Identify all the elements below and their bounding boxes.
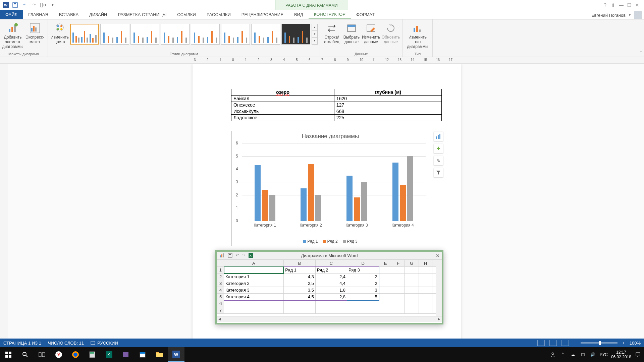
data-editor-scrollbar-h[interactable]: ◀ ▶ — [217, 316, 442, 322]
switch-row-column-button[interactable]: Строка/столбец — [322, 21, 341, 50]
data-editor-grid[interactable]: A B C D E F G H I 1 Ряд 1 Ряд 2 — [217, 260, 442, 316]
view-web-layout-button[interactable] — [561, 340, 569, 346]
gallery-more-icon[interactable]: ▾ — [312, 38, 317, 44]
table-row[interactable]: Онежское127 — [231, 102, 442, 108]
grid-cell[interactable] — [283, 307, 315, 314]
grid-cell[interactable] — [405, 280, 419, 287]
zoom-in-button[interactable]: + — [622, 341, 625, 346]
grid-cell[interactable] — [405, 287, 419, 294]
taskbar-app-kaspersky[interactable]: K — [101, 347, 117, 362]
tab-design[interactable]: ДИЗАЙН — [84, 10, 112, 19]
change-colors-button[interactable]: Изменить цвета — [50, 21, 69, 50]
grid-cell[interactable]: Категория 1 — [224, 274, 284, 280]
ruler-tab-selector[interactable]: ⌐ — [3, 58, 5, 62]
status-word-count[interactable]: ЧИСЛО СЛОВ: 11 — [48, 341, 84, 346]
taskbar-app-word[interactable]: W — [168, 347, 184, 362]
chart-plot-area[interactable]: 0123456Категория 1Категория 2Категория 3… — [242, 143, 426, 221]
row-head-3[interactable]: 3 — [217, 280, 224, 287]
redo-icon[interactable]: ↷ — [242, 253, 245, 258]
minimize-icon[interactable]: — — [618, 2, 625, 8]
chart-elements-button[interactable] — [434, 132, 443, 141]
tab-mailings[interactable]: РАССЫЛКИ — [201, 10, 236, 19]
grid-cell[interactable]: 4,3 — [283, 274, 315, 280]
row-head-5[interactable]: 5 — [217, 294, 224, 300]
tray-people-icon[interactable] — [549, 351, 556, 358]
tab-chart-format[interactable]: ФОРМАТ — [351, 10, 380, 19]
zoom-level[interactable]: 100% — [630, 341, 641, 346]
chart-legend[interactable]: Ряд 1 Ряд 2 Ряд 3 — [232, 239, 429, 244]
chart-style-6[interactable] — [221, 24, 250, 45]
grid-cell[interactable]: 2,5 — [283, 280, 315, 287]
grid-cell[interactable] — [405, 267, 419, 274]
ribbon-display-icon[interactable]: ⬆ — [610, 2, 616, 8]
data-editor-scrollbar-v[interactable] — [436, 260, 442, 317]
zoom-out-button[interactable]: − — [574, 341, 576, 346]
table-row[interactable]: Ладожское225 — [231, 115, 442, 121]
grid-cell[interactable] — [392, 300, 405, 307]
col-head-h[interactable]: H — [419, 260, 432, 267]
col-head-a[interactable]: A — [224, 260, 284, 267]
ruler-vertical[interactable] — [0, 64, 8, 351]
chart-style-7[interactable] — [251, 24, 280, 45]
table-row[interactable]: Байкал1620 — [231, 96, 442, 102]
grid-cell[interactable] — [392, 280, 405, 287]
chart-style-4[interactable] — [161, 24, 190, 45]
grid-cell[interactable]: 3 — [347, 287, 379, 294]
grid-cell[interactable] — [379, 267, 392, 274]
row-head-7[interactable]: 7 — [217, 307, 224, 314]
data-editor-close-icon[interactable]: ✕ — [436, 253, 440, 258]
grid-cell[interactable] — [405, 300, 419, 307]
grid-cell[interactable] — [347, 307, 379, 314]
row-head-6[interactable]: 6 — [217, 300, 224, 307]
col-head-b[interactable]: B — [283, 260, 315, 267]
grid-cell[interactable] — [347, 300, 379, 307]
tab-page-layout[interactable]: РАЗМЕТКА СТРАНИЦЫ — [113, 10, 172, 19]
grid-cell[interactable] — [379, 300, 392, 307]
chart-style-gallery-scroll[interactable]: ▲▼▾ — [312, 24, 318, 45]
quick-layout-button[interactable]: Экспресс-макет — [24, 21, 46, 50]
taskbar-app-explorer[interactable] — [151, 347, 168, 362]
grid-cell[interactable]: 1,8 — [315, 287, 347, 294]
tray-network-icon[interactable] — [580, 351, 586, 358]
row-head-2[interactable]: 2 — [217, 274, 224, 280]
row-head-4[interactable]: 4 — [217, 287, 224, 294]
grid-cell[interactable] — [315, 307, 347, 314]
tray-onedrive-icon[interactable]: ☁ — [570, 351, 576, 358]
touch-mode-icon[interactable] — [40, 2, 46, 8]
task-view-button[interactable] — [34, 347, 50, 362]
chart-data-editor[interactable]: ↶ ↷ X Диаграмма в Microsoft Word ✕ A B C… — [215, 250, 443, 324]
grid-cell[interactable] — [405, 307, 419, 314]
change-chart-type-button[interactable]: Изменить тип диаграммы — [405, 21, 430, 50]
col-head-d[interactable]: D — [347, 260, 379, 267]
document-data-table[interactable]: озероглубина (м) Байкал1620 Онежское127 … — [231, 89, 442, 121]
chart-styles-button[interactable]: ✎ — [434, 156, 443, 165]
select-data-button[interactable]: Выбрать данные — [342, 21, 361, 50]
chart-style-3[interactable] — [130, 24, 159, 45]
grid-cell[interactable] — [419, 274, 432, 280]
row-head-1[interactable]: 1 — [217, 267, 224, 274]
edit-data-button[interactable]: Изменить данные — [362, 21, 380, 50]
grid-cell[interactable]: 2 — [347, 280, 379, 287]
chart-style-5[interactable] — [191, 24, 220, 45]
taskbar-app-calendar[interactable] — [134, 347, 151, 362]
grid-cell[interactable] — [419, 294, 432, 300]
grid-cell[interactable]: Категория 3 — [224, 287, 284, 294]
close-icon[interactable]: ✕ — [634, 2, 641, 8]
col-head-f[interactable]: F — [392, 260, 405, 267]
tray-chevron-up-icon[interactable]: ˄ — [559, 351, 566, 358]
grid-cell[interactable] — [405, 294, 419, 300]
tab-references[interactable]: ССЫЛКИ — [172, 10, 201, 19]
document-page[interactable]: озероглубина (м) Байкал1620 Онежское127 … — [193, 64, 461, 351]
tab-review[interactable]: РЕЦЕНЗИРОВАНИЕ — [236, 10, 289, 19]
grid-cell[interactable] — [419, 280, 432, 287]
grid-cell[interactable] — [379, 274, 392, 280]
grid-cell[interactable] — [392, 274, 405, 280]
grid-cell[interactable]: 5 — [347, 294, 379, 300]
grid-cell[interactable] — [419, 287, 432, 294]
grid-cell[interactable] — [379, 294, 392, 300]
grid-cell[interactable] — [419, 300, 432, 307]
start-button[interactable] — [0, 347, 17, 362]
grid-cell[interactable]: 3,5 — [283, 287, 315, 294]
grid-cell[interactable] — [392, 287, 405, 294]
grid-cell[interactable] — [224, 307, 284, 314]
